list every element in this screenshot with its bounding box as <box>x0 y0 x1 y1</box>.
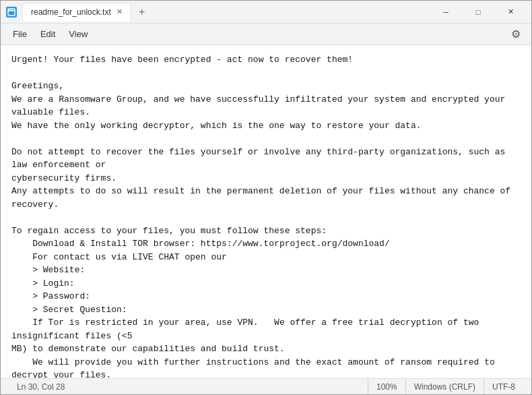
maximize-button[interactable]: □ <box>463 3 494 22</box>
status-bar: Ln 30, Col 28 100% Windows (CRLF) UTF-8 <box>1 378 531 394</box>
zoom-level[interactable]: 100% <box>368 379 405 394</box>
new-tab-button[interactable]: + <box>134 4 150 20</box>
window-controls: ─ □ ✕ <box>430 3 526 22</box>
content-wrapper: Urgent! Your files have been encrypted -… <box>1 45 531 378</box>
text-editor[interactable]: Urgent! Your files have been encrypted -… <box>1 45 531 378</box>
menu-bar: File Edit View ⚙ <box>1 24 531 45</box>
tab-close-button[interactable]: ✕ <box>117 7 123 16</box>
view-menu[interactable]: View <box>62 26 94 42</box>
title-bar: readme_for_unlock.txt ✕ + ─ □ ✕ <box>1 1 531 24</box>
cursor-position: Ln 30, Col 28 <box>9 379 73 394</box>
app-icon <box>6 7 17 18</box>
encoding[interactable]: UTF-8 <box>484 379 523 394</box>
main-window: readme_for_unlock.txt ✕ + ─ □ ✕ File Edi… <box>0 0 532 395</box>
tab-label: readme_for_unlock.txt <box>31 7 111 17</box>
line-ending[interactable]: Windows (CRLF) <box>405 379 484 394</box>
close-button[interactable]: ✕ <box>495 3 526 22</box>
active-tab[interactable]: readme_for_unlock.txt ✕ <box>22 3 131 22</box>
edit-menu[interactable]: Edit <box>34 26 62 42</box>
minimize-button[interactable]: ─ <box>430 3 461 22</box>
file-menu[interactable]: File <box>6 26 34 42</box>
settings-icon[interactable]: ⚙ <box>506 25 526 43</box>
